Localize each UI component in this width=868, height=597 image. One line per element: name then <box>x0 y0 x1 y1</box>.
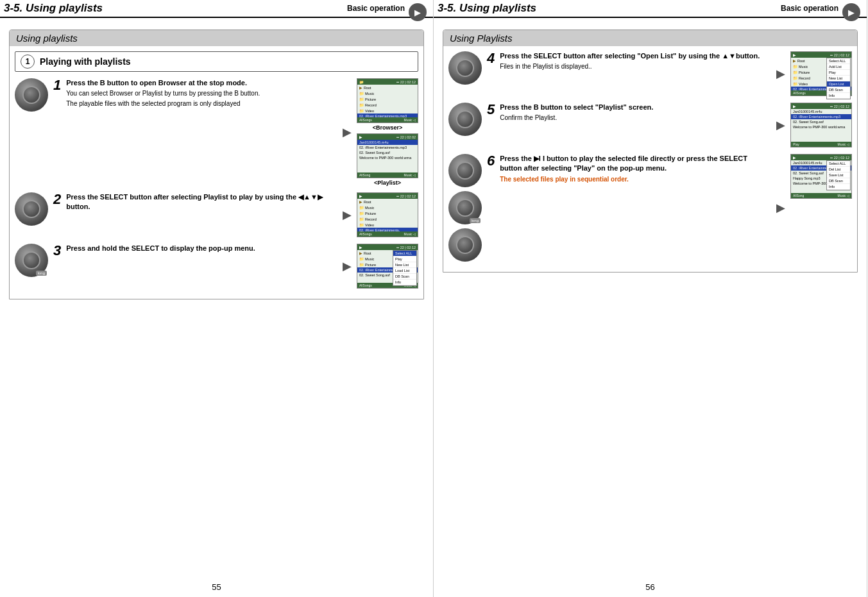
step-2-main: Press the SELECT button after selecting … <box>66 192 337 212</box>
left-sub-header: 1 Playing with playlists <box>15 51 418 72</box>
s5-time: ▪▪ 22 | 02:12 <box>830 105 849 108</box>
step-1-screen-browser: 📁 ▪▪ 22 | 02:12 ▶Root 📁Music 📁Picture 📁R… <box>357 78 418 131</box>
p6-savelist: Save List <box>827 172 850 178</box>
s6-time: ▪▪ 22 | 02:12 <box>830 156 849 160</box>
s2-time: ▪▪ 22 | 02:12 <box>396 194 416 198</box>
step-4-device <box>448 51 482 85</box>
step-4-popup: Select ALL Add List Play New List Open L… <box>826 58 851 99</box>
step-3-num-col: long <box>15 244 48 277</box>
s3-top: ▶ ▪▪ 22 | 02:12 <box>357 244 418 250</box>
s5-icon: ▶ <box>793 105 796 108</box>
s4-icon: ▶ <box>793 53 796 57</box>
pl-sweet: 02. Sweet Song.asf <box>357 150 418 155</box>
step-6-row: long 6 Press the ▶I I button to play the… <box>448 154 852 262</box>
step-2-screen: ▶ ▪▪ 22 | 02:12 ▶Root 📁Music 📁Picture 📁R… <box>357 192 418 237</box>
playlist-icon: ▶ <box>359 135 362 139</box>
step-5-screen: ▶ ▪▪ 22 | 02:12 Jan01000145.m4u 02. iRiv… <box>790 103 852 147</box>
step-1-text: Press the B button to open Browser at th… <box>66 78 337 110</box>
s6-top: ▶ ▪▪ 22 | 02:12 <box>791 155 851 160</box>
step-3-text: Press and hold the SELECT to display the… <box>66 244 337 255</box>
step-4-text: Press the SELECT button after selecting … <box>500 51 771 72</box>
step-4-num: 4 <box>487 51 495 65</box>
bl-record: 📁Record <box>357 102 418 108</box>
browser-top-bar: 📁 ▪▪ 22 | 02:12 <box>357 79 418 85</box>
step-6-device2-wrap: long <box>448 191 482 224</box>
s2-bottom: AllSongsMusic ◁ <box>357 231 418 237</box>
s4-time: ▪▪ 22 | 02:12 <box>830 53 849 57</box>
left-section-box: Using playlists 1 Playing with playlists… <box>9 29 424 299</box>
step-6-screen-wrap: ▶ ▪▪ 22 | 02:12 Jan01000145.m4u 02. iRiv… <box>790 154 852 199</box>
popup-play: Play <box>393 256 416 262</box>
left-header-right: Basic operation <box>347 0 427 17</box>
popup-new-list: New List <box>393 262 416 268</box>
step-6-main: Press the ▶I I button to play the select… <box>500 154 771 174</box>
browser-icon: 📁 <box>359 80 364 84</box>
step-6-device1-wrap <box>448 154 482 187</box>
step-5-row: 5 Press the B button to select "Playlist… <box>448 103 852 147</box>
s5-welcome: Welcome to PMP-300 world.wma <box>791 124 851 130</box>
step-2-row: 2 Press the SELECT button after selectin… <box>15 192 418 237</box>
s5-jan: Jan01000145.m4u <box>791 109 851 114</box>
step-1-main: Press the B button to open Browser at th… <box>66 78 337 88</box>
step-4-main: Press the SELECT button after selecting … <box>500 51 771 61</box>
step-6-long-badge: long <box>470 218 481 223</box>
right-basic-op-label: Basic operation <box>781 4 838 13</box>
step-5-num: 5 <box>487 103 495 117</box>
step-4-sub: Files in the Playlist is displayed.. <box>500 62 771 71</box>
s5-iriver: 02. iRiver Entertainments.mp3 <box>791 114 851 119</box>
step-1-arrow: ▶ <box>343 125 352 139</box>
right-page: 3-5. Using playlists Basic operation Usi… <box>434 0 867 597</box>
step-5-screen-wrap: ▶ ▪▪ 22 | 02:12 Jan01000145.m4u 02. iRiv… <box>790 103 852 147</box>
sub-header-num: 1 <box>21 55 35 69</box>
bl-music: 📁Music <box>357 90 418 96</box>
step-5-arrow: ▶ <box>776 118 785 132</box>
step-2-arrow: ▶ <box>343 208 352 222</box>
step-1-row: 1 Press the B button to open Browser at … <box>15 78 418 186</box>
right-arrow-circle <box>842 3 860 21</box>
p4-addlist: Add List <box>827 64 850 70</box>
browser-label: <Browser> <box>357 124 418 131</box>
step-1-sub1: You can select Browser or Playlist by tu… <box>66 89 337 98</box>
right-header-right: Basic operation <box>781 0 860 17</box>
step-5-device <box>448 103 482 136</box>
pl-iriver: 02. iRiver Entertainments.mp3 <box>357 145 418 150</box>
long-badge: long <box>36 271 47 276</box>
step-4-screen-wrap: ▶ ▪▪ 22 | 02:12 ▶Root 📁Music 📁Picture 📁R… <box>790 51 852 96</box>
s2-music: 📁Music <box>357 205 418 210</box>
s2-pic: 📁Picture <box>357 210 418 216</box>
s5-top: ▶ ▪▪ 22 | 02:12 <box>791 103 851 109</box>
step-2-screen-wrap: ▶ ▪▪ 22 | 02:12 ▶Root 📁Music 📁Picture 📁R… <box>357 192 418 237</box>
p6-info: Info <box>827 184 850 190</box>
popup-load-list: Load List <box>393 268 416 274</box>
p4-newlist: New List <box>827 76 850 81</box>
left-basic-op-label: Basic operation <box>347 4 405 13</box>
pl-jan: Jan01000145.m4u <box>357 140 418 145</box>
playlist-bottom: AllSongMusic ◁ <box>357 172 418 178</box>
browser-time: ▪▪ 22 | 02:12 <box>396 80 416 84</box>
left-arrow-circle <box>409 3 427 21</box>
s6-icon: ▶ <box>793 156 796 160</box>
step-3-screen-wrap: ▶ ▪▪ 22 | 02:12 ▶Root 📁Music 📁Picture 02… <box>357 244 418 289</box>
step-2-num-col <box>15 192 48 226</box>
step-2-num: 2 <box>53 192 61 206</box>
step-2-text: Press the SELECT button after selecting … <box>66 192 337 214</box>
step-1-device <box>15 78 48 112</box>
step-4-row: 4 Press the SELECT button after selectin… <box>448 51 852 96</box>
pl-welcome: Welcome to PMP-300 world.wma <box>357 155 418 160</box>
p6-dellist: Del List <box>827 167 850 172</box>
s2-root: ▶Root <box>357 199 418 205</box>
popup-info: Info <box>393 280 416 285</box>
right-page-number: 56 <box>645 582 654 592</box>
s2-rec: 📁Record <box>357 216 418 222</box>
p4-selectall: Select ALL <box>827 58 850 64</box>
step-5-text: Press the B button to select "Playlist" … <box>500 103 771 124</box>
left-page-title: 3-5. Using playlists <box>4 2 103 15</box>
playlist-label: <Playlist> <box>357 180 418 186</box>
step-6-arrow: ▶ <box>776 201 785 215</box>
p4-info: Info <box>827 93 850 99</box>
step-4-arrow: ▶ <box>776 67 785 81</box>
p6-dbscan: DB Scan <box>827 178 850 184</box>
step-3-row: long 3 Press and hold the SELECT to disp… <box>15 244 418 289</box>
left-page: 3-5. Using playlists Basic operation Usi… <box>0 0 434 597</box>
step-3-arrow: ▶ <box>343 259 352 273</box>
